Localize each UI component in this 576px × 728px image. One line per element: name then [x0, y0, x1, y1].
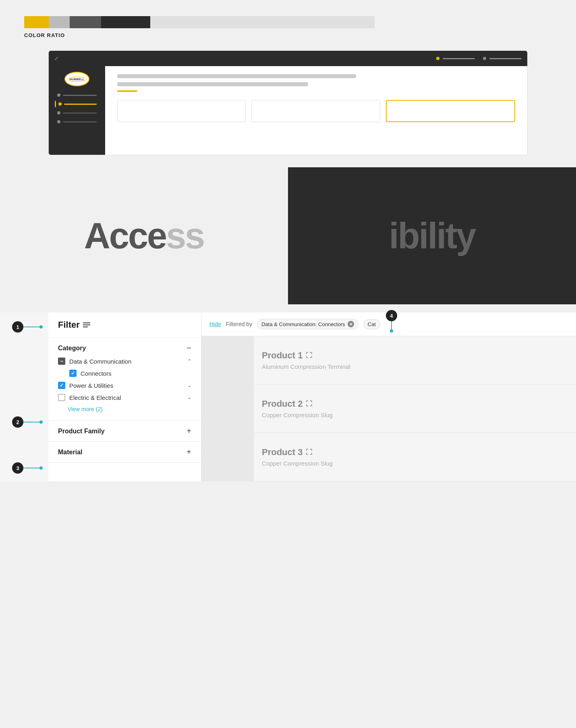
color-segment-yellow [24, 16, 49, 28]
checkbox-electric[interactable] [58, 394, 65, 401]
product-family-section: Product Family + [48, 421, 201, 442]
annotation-2-row: 2 [12, 416, 43, 428]
topbar-dot-yellow [436, 57, 439, 60]
color-segment-darkgray [70, 16, 101, 28]
mockup-nav-item-4 [55, 119, 99, 125]
mockup-card-1 [117, 100, 246, 122]
product-1-name: Product 1 [262, 350, 303, 361]
product-1-desc: Aluminum Compression Terminal [262, 363, 568, 370]
color-ratio-section: COLOR RATIO [0, 0, 576, 50]
mockup-resize-icon: ⤢ [54, 56, 58, 61]
mockup-nav-item-3 [55, 110, 99, 116]
product-3-desc: Copper Compression Slug [262, 460, 568, 467]
mockup-main-accent [117, 90, 137, 92]
view-more-link[interactable]: View more (2) [58, 404, 191, 415]
annotation-3-circle: 3 [12, 462, 23, 474]
mockup-frame: ⤢ HUBBELL [48, 50, 528, 155]
filter-label-electric: Electric & Electrical [69, 394, 121, 401]
annotation-3-dot [39, 466, 43, 470]
category-section: Category − Data & Communication ⌃ Connec [48, 338, 201, 421]
external-link-1-icon[interactable]: ⛶ [306, 352, 312, 359]
annotation-4-group: 4 [386, 310, 397, 333]
product-family-expand-icon: + [186, 426, 191, 436]
mockup-nav-item-1 [55, 92, 99, 98]
product-list: Product 1 ⛶ Aluminum Compression Termina… [201, 336, 576, 481]
product-row-3: Product 3 ⛶ Copper Compression Slug [201, 433, 576, 481]
filter-tag-partial: Cat [363, 319, 380, 329]
annotation-4-line [391, 321, 392, 329]
filtered-by-bar: Hide Filtered by Data & Communication: C… [201, 312, 576, 336]
annotation-2-circle: 2 [12, 416, 23, 428]
external-link-3-icon[interactable]: ⛶ [306, 449, 312, 456]
topbar-line-2 [489, 58, 522, 59]
mockup-topbar: ⤢ [49, 51, 527, 66]
mockup-main [105, 66, 527, 155]
filter-label-connectors: Connectors [81, 370, 112, 377]
mockup-card-2 [251, 100, 380, 122]
filter-list-icon [83, 322, 90, 327]
annotation-4-circle: 4 [386, 310, 397, 321]
product-3-info: Product 3 ⛶ Copper Compression Slug [254, 433, 576, 481]
color-segment-verydark [101, 16, 150, 28]
color-segment-light [150, 16, 375, 28]
color-segment-gray [49, 16, 70, 28]
filter-item-connectors[interactable]: Connectors [58, 369, 191, 378]
filter-title-group: Filter [58, 320, 90, 330]
filter-tag-connectors[interactable]: Data & Communication: Connectors ✕ [257, 319, 358, 329]
filtered-by-label: Filtered by [226, 321, 252, 327]
filter-item-power[interactable]: Power & Utilities ⌄ [58, 381, 191, 390]
checkbox-connectors[interactable] [69, 370, 77, 377]
filter-item-electric[interactable]: Electric & Electrical ⌄ [58, 393, 191, 402]
chevron-down-power-icon[interactable]: ⌄ [187, 383, 191, 388]
mockup-logo: HUBBELL [64, 72, 89, 86]
filter-product-section: 1 2 3 Filter [0, 312, 576, 481]
category-items: Data & Communication ⌃ Connectors Power … [58, 357, 191, 402]
topbar-line-1 [443, 58, 475, 59]
annotation-4-dot [390, 329, 393, 333]
annotation-1-row: 1 [12, 321, 43, 333]
accessibility-text-right: ibility [389, 215, 475, 257]
annotation-1-dot [39, 325, 43, 329]
material-section-header[interactable]: Material + [58, 447, 191, 457]
color-bar [24, 16, 375, 28]
filter-panel: Filter Category − Data & Communicat [48, 312, 201, 481]
hide-link[interactable]: Hide [209, 321, 221, 327]
product-2-image [201, 385, 254, 433]
mockup-sidebar: HUBBELL [49, 66, 105, 155]
product-1-name-row: Product 1 ⛶ [262, 350, 568, 361]
checkbox-data-comm[interactable] [58, 358, 65, 365]
mockup-cards [117, 100, 515, 122]
product-family-header[interactable]: Product Family + [58, 426, 191, 436]
accessibility-section: Access ibility [0, 167, 576, 304]
filter-tag-text: Data & Communication: Connectors [261, 321, 345, 327]
mockup-card-3 [386, 100, 515, 122]
product-3-name-row: Product 3 ⛶ [262, 447, 568, 458]
mockup-main-line-1 [117, 74, 356, 78]
material-title: Material [58, 449, 82, 456]
mockup-topbar-lines [436, 57, 522, 60]
checkbox-power[interactable] [58, 382, 65, 389]
product-3-name: Product 3 [262, 447, 303, 458]
accessibility-right: ibility [288, 167, 576, 304]
filter-tag-close-icon[interactable]: ✕ [348, 321, 354, 327]
product-3-image [201, 433, 254, 481]
filter-item-data-comm[interactable]: Data & Communication ⌃ [58, 357, 191, 366]
filter-label-power: Power & Utilities [69, 382, 113, 389]
topbar-dot-gray [483, 57, 486, 60]
category-collapse-icon: − [186, 343, 191, 353]
product-family-title: Product Family [58, 428, 105, 435]
color-ratio-label: COLOR RATIO [24, 32, 552, 38]
category-section-header[interactable]: Category − [58, 343, 191, 353]
product-1-info: Product 1 ⛶ Aluminum Compression Termina… [254, 336, 576, 384]
product-2-info: Product 2 ⛶ Copper Compression Slug [254, 385, 576, 433]
chevron-down-electric-icon[interactable]: ⌄ [187, 395, 191, 400]
filter-header: Filter [48, 312, 201, 338]
accessibility-text-left: Access [84, 218, 204, 254]
filter-title: Filter [58, 320, 80, 330]
material-expand-icon: + [186, 447, 191, 457]
product-2-desc: Copper Compression Slug [262, 412, 568, 418]
external-link-2-icon[interactable]: ⛶ [306, 400, 312, 408]
annotation-1-line [23, 327, 39, 327]
product-1-image [201, 336, 254, 384]
chevron-up-icon[interactable]: ⌃ [187, 358, 191, 364]
